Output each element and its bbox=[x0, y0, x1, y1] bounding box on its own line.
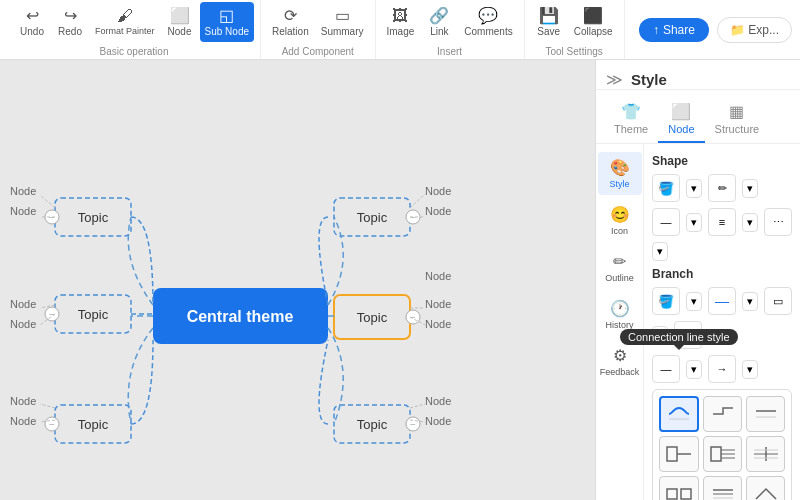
branch-fill-dropdown[interactable]: ▾ bbox=[686, 292, 702, 311]
connection-item-2[interactable] bbox=[703, 396, 742, 432]
folder-icon: 📁 bbox=[730, 23, 745, 37]
share-button[interactable]: ↑ Share bbox=[639, 18, 709, 42]
panel-content: Shape 🪣 ▾ ✏ ▾ — ▾ ≡ ▾ ⋯ ▾ Branch 🪣 ▾ — bbox=[644, 144, 800, 500]
share-icon: ↑ bbox=[653, 23, 659, 37]
export-button[interactable]: 📁 Exp... bbox=[717, 17, 792, 43]
stroke-color-button[interactable]: ✏ bbox=[708, 174, 736, 202]
comments-icon: 💬 bbox=[478, 6, 498, 25]
save-button[interactable]: 💾 Save bbox=[531, 2, 567, 42]
line-dropdown[interactable]: ▾ bbox=[686, 213, 702, 232]
tab-node[interactable]: ⬜ Node bbox=[658, 96, 704, 143]
tab-theme[interactable]: 👕 Theme bbox=[604, 96, 658, 143]
summary-icon: ▭ bbox=[335, 6, 350, 25]
connection-item-6[interactable] bbox=[746, 436, 785, 472]
branch-arrow-button[interactable]: → bbox=[708, 355, 736, 383]
relation-button[interactable]: ⟳ Relation bbox=[267, 2, 314, 42]
node-label: Node bbox=[10, 395, 36, 407]
align-dropdown[interactable]: ▾ bbox=[742, 213, 758, 232]
topic-rm: Topic bbox=[357, 310, 388, 325]
panel-title: Style bbox=[631, 71, 667, 88]
feedback-side-item[interactable]: ⚙ Feedback bbox=[598, 340, 642, 383]
toolbar: ↩ Undo ↪ Redo 🖌 Format Painter ⬜ Node ◱ … bbox=[0, 0, 800, 60]
node-tab-icon: ⬜ bbox=[671, 102, 691, 121]
add-component-label: Add Component bbox=[282, 46, 354, 57]
structure-tab-icon: ▦ bbox=[729, 102, 744, 121]
undo-button[interactable]: ↩ Undo bbox=[14, 2, 50, 42]
dash-button[interactable]: ⋯ bbox=[764, 208, 792, 236]
svg-line-30 bbox=[410, 404, 425, 408]
branch-row-2: — ▾ → ▾ bbox=[652, 355, 792, 383]
panel-side-icons: 🎨 Style 😊 Icon ✏ Outline 🕐 History ⚙ Fee… bbox=[596, 144, 644, 500]
link-button[interactable]: 🔗 Link bbox=[421, 2, 457, 42]
fill-dropdown[interactable]: ▾ bbox=[686, 179, 702, 198]
dash-dropdown[interactable]: ▾ bbox=[652, 242, 668, 261]
connection-item-7[interactable] bbox=[659, 476, 699, 500]
feedback-side-icon: ⚙ bbox=[613, 346, 627, 365]
comments-button[interactable]: 💬 Comments bbox=[459, 2, 517, 42]
icon-side-item[interactable]: 😊 Icon bbox=[598, 199, 642, 242]
branch-dash-dropdown[interactable]: ▾ bbox=[686, 360, 702, 379]
svg-rect-45 bbox=[667, 489, 677, 499]
node-label: Node bbox=[10, 415, 36, 427]
node-label: Node bbox=[425, 205, 451, 217]
tab-structure[interactable]: ▦ Structure bbox=[705, 96, 770, 143]
basic-operation-label: Basic operation bbox=[100, 46, 169, 57]
topic-rt: Topic bbox=[357, 210, 388, 225]
branch-rect-button[interactable]: ▭ bbox=[764, 287, 792, 315]
branch-color-button[interactable]: — bbox=[708, 287, 736, 315]
connection-item-1[interactable] bbox=[659, 396, 699, 432]
format-painter-button[interactable]: 🖌 Format Painter bbox=[90, 2, 160, 42]
style-side-item[interactable]: 🎨 Style bbox=[598, 152, 642, 195]
line-style-button[interactable]: — bbox=[652, 208, 680, 236]
branch-fill-button[interactable]: 🪣 bbox=[652, 287, 680, 315]
topic-lm: Topic bbox=[78, 307, 109, 322]
outline-side-icon: ✏ bbox=[613, 252, 626, 271]
connection-line-popup: ▼ bbox=[652, 389, 792, 500]
style-side-icon: 🎨 bbox=[610, 158, 630, 177]
redo-icon: ↪ bbox=[64, 6, 77, 25]
fill-color-button[interactable]: 🪣 bbox=[652, 174, 680, 202]
node-label: Node bbox=[425, 270, 451, 282]
branch-section-title: Branch bbox=[652, 267, 792, 281]
tool-settings-group: 💾 Save ⬛ Collapse Tool Settings bbox=[525, 0, 625, 59]
node-label: Node bbox=[425, 395, 451, 407]
topic-rb: Topic bbox=[357, 417, 388, 432]
node-icon: ⬜ bbox=[170, 6, 190, 25]
shape-row-2: — ▾ ≡ ▾ ⋯ ▾ bbox=[652, 208, 792, 261]
connection-item-3[interactable] bbox=[746, 396, 785, 432]
stroke-dropdown[interactable]: ▾ bbox=[742, 179, 758, 198]
branch-color-dropdown[interactable]: ▾ bbox=[742, 292, 758, 311]
branch-arrow-dropdown[interactable]: ▾ bbox=[742, 360, 758, 379]
connection-item-5[interactable] bbox=[703, 436, 742, 472]
theme-tab-icon: 👕 bbox=[621, 102, 641, 121]
connection-item-9[interactable] bbox=[746, 476, 785, 500]
branch-dash-button[interactable]: — bbox=[652, 355, 680, 383]
node-label: Node bbox=[425, 298, 451, 310]
shape-row-1: 🪣 ▾ ✏ ▾ bbox=[652, 174, 792, 202]
sub-node-button[interactable]: ◱ Sub Node bbox=[200, 2, 254, 42]
connection-items-grid bbox=[659, 396, 785, 500]
node-button[interactable]: ⬜ Node bbox=[162, 2, 198, 42]
redo-button[interactable]: ↪ Redo bbox=[52, 2, 88, 42]
svg-line-26 bbox=[410, 194, 425, 208]
collapse-button[interactable]: ⬛ Collapse bbox=[569, 2, 618, 42]
outline-side-item[interactable]: ✏ Outline bbox=[598, 246, 642, 289]
insert-group: 🖼 Image 🔗 Link 💬 Comments Insert bbox=[376, 0, 525, 59]
central-theme-text: Central theme bbox=[187, 308, 294, 325]
svg-rect-35 bbox=[667, 447, 677, 461]
align-button[interactable]: ≡ bbox=[708, 208, 736, 236]
collapse-icon: ⬛ bbox=[583, 6, 603, 25]
insert-label: Insert bbox=[437, 46, 462, 57]
connection-item-8[interactable] bbox=[703, 476, 742, 500]
summary-button[interactable]: ▭ Summary bbox=[316, 2, 369, 42]
svg-line-24 bbox=[40, 404, 55, 408]
mind-map-canvas[interactable]: Central theme Topic Topic Topic Topic To… bbox=[0, 60, 595, 500]
image-icon: 🖼 bbox=[392, 7, 408, 25]
connection-item-4[interactable] bbox=[659, 436, 699, 472]
topic-lt: Topic bbox=[78, 210, 109, 225]
panel-collapse-button[interactable]: ≫ bbox=[606, 70, 623, 89]
shape-section-title: Shape bbox=[652, 154, 792, 168]
format-painter-icon: 🖌 bbox=[117, 7, 133, 25]
image-button[interactable]: 🖼 Image bbox=[382, 2, 420, 42]
connection-line-tooltip: Connection line style bbox=[620, 329, 738, 345]
